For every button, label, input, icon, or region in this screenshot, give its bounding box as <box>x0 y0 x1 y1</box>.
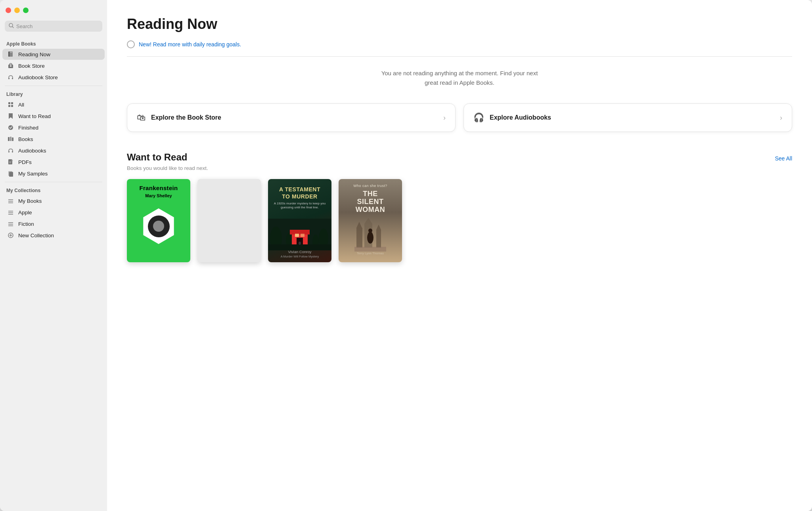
svg-rect-3 <box>10 51 13 57</box>
sidebar-item-fiction[interactable]: Fiction <box>2 218 105 229</box>
empty-state: You are not reading anything at the mome… <box>127 69 792 88</box>
store-icon <box>7 62 14 69</box>
explore-book-store-label: Explore the Book Store <box>151 114 221 121</box>
maximize-button[interactable] <box>23 8 29 13</box>
svg-rect-16 <box>12 137 13 141</box>
silent-woman-author: Terry Lynn Thomas <box>357 252 384 255</box>
svg-rect-17 <box>8 151 10 153</box>
sidebar-item-label-books: Books <box>18 136 33 142</box>
book-icon <box>7 51 14 58</box>
sidebar-item-books[interactable]: Books <box>2 133 105 145</box>
reading-goal-banner: New! Read more with daily reading goals. <box>127 40 792 57</box>
sidebar-item-label-apple: Apple <box>18 210 32 215</box>
see-all-link[interactable]: See All <box>775 155 792 162</box>
section-label-apple-books: Apple Books <box>0 38 107 48</box>
reading-goal-circle-icon <box>127 40 135 48</box>
want-to-read-subtitle: Books you would like to read next. <box>127 165 792 171</box>
svg-rect-4 <box>10 52 12 53</box>
book-blank[interactable] <box>197 179 261 262</box>
frankenstein-iris <box>153 221 164 232</box>
silent-woman-header: Who can she trust? <box>353 184 387 188</box>
sidebar-item-finished[interactable]: Finished <box>2 122 105 133</box>
explore-book-store-left: 🛍 Explore the Book Store <box>137 112 221 123</box>
books-row: Frankenstein Mary Shelley <box>127 179 792 262</box>
sidebar-item-label-my-books: My Books <box>18 198 42 204</box>
reading-goal-link[interactable]: New! Read more with daily reading goals. <box>139 41 241 48</box>
silent-woman-figure <box>354 214 386 252</box>
svg-rect-6 <box>10 65 11 67</box>
svg-rect-42 <box>290 230 310 235</box>
sidebar-item-label-book-store: Book Store <box>18 63 45 69</box>
sidebar-item-my-samples[interactable]: My Samples <box>2 168 105 179</box>
sidebar-item-label-all: All <box>18 102 24 108</box>
section-header: Want to Read See All <box>127 152 792 163</box>
sidebar-item-reading-now[interactable]: Reading Now <box>2 49 105 60</box>
svg-point-56 <box>368 229 372 233</box>
book-testament-to-murder[interactable]: A TESTAMENTTO MURDER A 1920s murder myst… <box>268 179 331 262</box>
explore-audiobooks-icon: 🎧 <box>473 112 484 123</box>
svg-point-47 <box>299 242 301 245</box>
search-icon <box>9 23 14 29</box>
svg-line-1 <box>12 27 13 28</box>
svg-rect-14 <box>8 137 10 141</box>
sidebar-item-audiobooks[interactable]: Audiobooks <box>2 145 105 156</box>
sidebar-section-library: Library All Want t <box>0 88 107 179</box>
svg-rect-10 <box>11 102 13 104</box>
divider-1 <box>5 86 102 86</box>
books-icon <box>7 135 14 143</box>
sidebar: Search Apple Books Reading Now <box>0 0 107 511</box>
svg-marker-51 <box>364 218 372 224</box>
sidebar-item-label-audiobooks: Audiobooks <box>18 148 46 154</box>
sidebar-item-label-new-collection: New Collection <box>18 233 54 238</box>
explore-book-store-chevron-icon: › <box>443 114 446 122</box>
titlebar <box>0 0 107 21</box>
sidebar-item-apple[interactable]: Apple <box>2 207 105 218</box>
page-title: Reading Now <box>127 16 792 32</box>
svg-rect-45 <box>301 234 304 237</box>
svg-rect-12 <box>11 105 13 107</box>
sidebar-item-label-finished: Finished <box>18 125 38 131</box>
section-label-my-collections: My Collections <box>0 185 107 195</box>
frankenstein-eye-graphic <box>141 208 176 244</box>
explore-audiobooks-card[interactable]: 🎧 Explore Audiobooks › <box>463 103 792 132</box>
frankenstein-author: Mary Shelley <box>140 193 178 198</box>
pdf-icon <box>7 158 14 166</box>
svg-rect-15 <box>10 137 11 141</box>
explore-audiobooks-left: 🎧 Explore Audiobooks <box>473 112 551 123</box>
sidebar-item-label-my-samples: My Samples <box>18 171 48 177</box>
explore-book-store-icon: 🛍 <box>137 112 146 123</box>
empty-state-line2: great read in Apple Books. <box>425 79 494 86</box>
sidebar-item-my-books[interactable]: My Books <box>2 195 105 206</box>
checkmark-icon <box>7 124 14 131</box>
close-button[interactable] <box>6 8 11 13</box>
sidebar-item-pdfs[interactable]: PDFs <box>2 156 105 168</box>
sidebar-item-want-to-read[interactable]: Want to Read <box>2 111 105 122</box>
sidebar-item-new-collection[interactable]: New Collection <box>2 230 105 241</box>
explore-cards: 🛍 Explore the Book Store › 🎧 Explore Aud… <box>127 103 792 132</box>
svg-rect-54 <box>354 247 386 252</box>
silent-woman-title: THESILENTWOMAN <box>356 190 385 214</box>
sidebar-item-label-reading-now: Reading Now <box>18 51 50 57</box>
audiobooks-icon <box>7 147 14 154</box>
samples-icon <box>7 170 14 177</box>
svg-rect-7 <box>8 78 10 79</box>
svg-rect-23 <box>9 172 13 177</box>
collection-my-books-icon <box>7 197 14 204</box>
book-silent-woman[interactable]: Who can she trust? THESILENTWOMAN <box>339 179 402 262</box>
testament-series: A Murder Will Follow Mystery <box>281 255 319 258</box>
testament-author: Vivian Conroy <box>281 250 319 254</box>
sidebar-item-all[interactable]: All <box>2 99 105 110</box>
explore-book-store-card[interactable]: 🛍 Explore the Book Store › <box>127 103 456 132</box>
search-input[interactable]: Search <box>16 23 33 29</box>
collection-fiction-icon <box>7 220 14 227</box>
search-bar[interactable]: Search <box>5 21 102 32</box>
svg-marker-49 <box>356 222 362 228</box>
sidebar-section-my-collections: My Collections My Books <box>0 185 107 241</box>
svg-rect-44 <box>295 234 299 237</box>
sidebar-item-audiobook-store[interactable]: Audiobook Store <box>2 72 105 83</box>
svg-rect-18 <box>12 151 13 153</box>
sidebar-item-book-store[interactable]: Book Store <box>2 60 105 71</box>
book-frankenstein[interactable]: Frankenstein Mary Shelley <box>127 179 190 262</box>
minimize-button[interactable] <box>14 8 20 13</box>
svg-rect-9 <box>8 102 10 104</box>
